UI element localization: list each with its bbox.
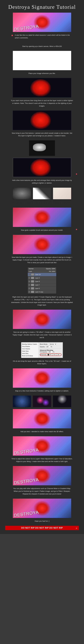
visibility-icon[interactable] (28, 281, 30, 282)
texture-row-1 (5, 188, 79, 199)
page-title: Destroya Signature Tutorial (5, 4, 79, 10)
closing-text: Hope you had fun :] (11, 520, 73, 522)
layer-thumb (31, 290, 34, 293)
texture-thumb (13, 396, 31, 407)
step-12-text: Add you text. I decided to make mine mat… (11, 430, 73, 433)
fill-opacity-label: Fill Opacity: (40, 351, 47, 353)
star-icon: ★ (75, 172, 77, 176)
lock-label: Lock: (29, 270, 32, 272)
texture-thumb (33, 396, 51, 407)
style-item[interactable]: Bevel and Emboss (22, 355, 37, 357)
channels-label: Channels: (40, 354, 47, 356)
layer-row[interactable]: Layer 10 (28, 273, 56, 276)
opacity-label: Opacity: 100% (46, 268, 55, 270)
signature-preview-intro (13, 12, 71, 32)
signature-step-clipmask (13, 310, 71, 329)
channel-b-checkbox[interactable] (56, 354, 57, 356)
signature-step-placed (13, 78, 71, 97)
channel-g-checkbox[interactable] (52, 354, 53, 356)
dialog-style-list: Blending Options: Custom Drop Shadow Inn… (21, 342, 38, 358)
texture-thumb (13, 188, 31, 199)
channel-r-label: R (50, 354, 51, 356)
visibility-icon[interactable] (28, 284, 30, 286)
step-11-text: Slap on a few more textures if needed, s… (11, 390, 73, 392)
fill-input[interactable] (48, 351, 52, 353)
layers-panel: Normal Opacity: 100% Lock: Fill: 100% La… (28, 267, 56, 294)
texture-thumb (53, 396, 71, 407)
star-icon: ★ (75, 228, 77, 231)
layer-thumb (31, 273, 34, 276)
style-item[interactable]: Inner Glow (22, 352, 37, 355)
texture-border-dark (29, 140, 55, 156)
layer-name: Layer 10 (35, 274, 40, 275)
signature-step-textures (13, 208, 71, 227)
opacity-input[interactable] (46, 346, 50, 348)
layer-row[interactable]: Layer 4 copy (28, 290, 56, 294)
visibility-icon[interactable] (28, 291, 30, 293)
step-7-text: Now hide the layer you just made. Create… (11, 256, 73, 264)
visibility-icon[interactable] (28, 274, 30, 275)
intro-text: A star like this is a label for what res… (15, 34, 73, 39)
tutorial-container: Destroya Signature Tutorial A star like … (0, 0, 84, 534)
star-icon: ★ (75, 527, 77, 530)
style-item[interactable]: Inner Shadow (22, 348, 37, 350)
layers-lock-row: Lock: Fill: 100% (28, 270, 56, 273)
step-4-text: Now bring in your first texture. I picke… (11, 132, 73, 137)
texture-row-2 (5, 396, 79, 407)
dialog-main: Blend Mode: Normal Opacity: % Advanced B… (38, 342, 63, 358)
layer-name: Layer 7 (35, 284, 40, 286)
step-9-text: Now we are going to create a "3D effect"… (11, 331, 73, 339)
advanced-blending-heading: Advanced Blending (40, 350, 61, 351)
texture-thumb (53, 188, 71, 199)
step-8-text: Right click the layer and and select "Cr… (11, 296, 73, 306)
layer-thumb (31, 277, 34, 279)
signature-step-text (13, 436, 71, 456)
star-icon (11, 34, 14, 37)
blend-mode-select[interactable]: Normal (29, 268, 33, 270)
layer-row[interactable]: Layer 7 (28, 283, 56, 287)
step-5-text: Add a few more textures you like and arr… (11, 179, 73, 184)
step-1-text: Start by opening up a blank canvas. Mine… (11, 45, 73, 48)
layer-style-dialog: Blending Options: Custom Drop Shadow Inn… (21, 342, 63, 358)
step-10-text: Hit ok and drag the layer around a littl… (11, 360, 73, 365)
signature-step-border (13, 158, 71, 177)
channel-g-label: G (54, 354, 55, 356)
layer-name: Layer 6 (35, 288, 40, 289)
layer-thumb (31, 287, 34, 290)
blend-mode-label: Blend Mode: (40, 344, 48, 345)
layer-name: Layer 9 (35, 277, 40, 279)
step-3-text: If you want more pictures then drag them… (11, 99, 73, 107)
layer-row[interactable]: Layer 8 (28, 280, 56, 283)
layer-name: Layer 4 copy (35, 291, 43, 293)
signature-step-more-images (13, 111, 71, 130)
blend-mode-dropdown[interactable]: Normal (49, 343, 57, 345)
do-not-rip-banner: DO NOT RIP DO NOT RIP DO NOT RIP (5, 526, 79, 530)
visibility-icon[interactable] (28, 288, 30, 289)
signature-step-splatter (13, 235, 71, 254)
layer-thumb (31, 284, 34, 286)
layer-row[interactable]: Layer 6 (28, 287, 56, 290)
style-item[interactable]: Outer Glow (22, 350, 37, 352)
channel-r-checkbox[interactable] (48, 354, 49, 356)
texture-thumb (33, 188, 51, 199)
divider (12, 201, 72, 204)
signature-step-moretex (13, 409, 71, 428)
intro-star-note: A star like this is a label for what res… (11, 34, 73, 42)
blank-canvas (13, 51, 71, 70)
signature-step-3d (13, 368, 71, 388)
layer-thumb (31, 280, 34, 283)
visibility-icon[interactable] (28, 277, 30, 279)
signature-step-hue (13, 466, 71, 485)
style-item[interactable]: Blending Options: Custom (22, 343, 37, 346)
step-6-text: Now grab a splatter brush and place arou… (11, 229, 73, 232)
step-13-text: Time to adjust the colors! Go to Layer> … (11, 458, 73, 463)
fill-label: Fill: 100% (49, 270, 55, 272)
layer-name: Layer 8 (35, 281, 40, 282)
step-14-text: You can play with other adjustments such… (11, 487, 73, 495)
signature-step-final (13, 498, 71, 518)
dialog-opacity-label: Opacity: (40, 346, 45, 348)
layer-row[interactable]: Layer 9 (28, 276, 56, 280)
step-2-text: Place your image wherever you like. (11, 72, 73, 75)
layers-header: Normal Opacity: 100% (28, 268, 56, 270)
style-item[interactable]: Drop Shadow (22, 346, 37, 348)
